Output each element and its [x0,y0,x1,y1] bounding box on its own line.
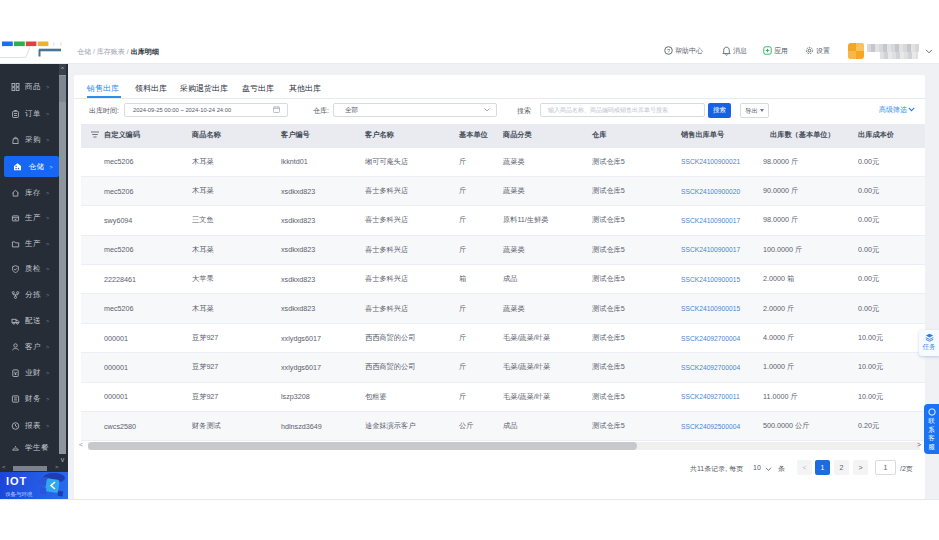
svg-text:?: ? [667,48,670,54]
